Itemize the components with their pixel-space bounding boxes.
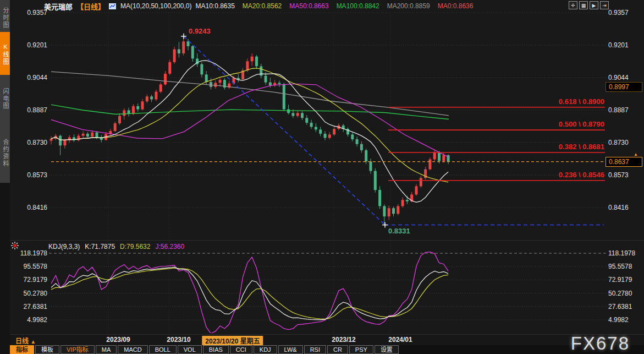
kdj-j-value: J:56.2360 <box>155 243 184 250</box>
kdj-axis-label-right: 50.2780 <box>608 290 632 297</box>
price-axis-label-right: 0.8887 <box>608 106 629 114</box>
price-axis-label-right: 0.9201 <box>608 41 629 49</box>
kdj-axis-label-right: 118.1978 <box>608 249 635 257</box>
trading-app-window: 分时图K线图闪电图合约资料 美元瑞郎 【日线】 MA(10,20,50,100,… <box>0 0 644 354</box>
chart-toolbar-icons: ✛▦▶⇥ <box>569 1 609 9</box>
price-axis-label-right: 0.9044 <box>608 74 629 81</box>
ma-value-6: MA0:0.8636 <box>438 2 474 10</box>
selected-date-label: 2023/10/20 星期五 <box>202 336 263 345</box>
date-axis-label: 2024/01 <box>388 336 412 344</box>
fibonacci-level-label: 0.236 \ 0.8546 <box>559 171 604 179</box>
high-price-annotation: 0.9243 <box>189 27 211 35</box>
fibonacci-level-label: 0.618 \ 0.8900 <box>559 97 604 106</box>
indicator-alert-icon[interactable] <box>11 242 19 252</box>
sidebar-tab-3[interactable]: 闪电图 <box>0 76 10 119</box>
toolbar-button-指标[interactable]: 指标 <box>10 345 34 354</box>
price-axis-label-right: 0.8730 <box>608 139 629 146</box>
period-up-arrow-icon: ▲ <box>30 339 36 345</box>
period-selector[interactable]: 日线 ▲ <box>15 336 36 345</box>
toolbar-button-LW&[interactable]: LW& <box>278 345 303 354</box>
fibonacci-level-label: 0.382 \ 0.8681 <box>559 143 604 151</box>
low-price-annotation: 0.8331 <box>388 227 410 235</box>
toolbar-button-VIP指标[interactable]: VIP指标 <box>60 345 95 354</box>
ma-value-2: MA20:0.8562 <box>243 2 282 10</box>
toolbar-button-VOL[interactable]: VOL <box>178 345 202 354</box>
kdj-axis-label-right: 27.6381 <box>608 303 632 311</box>
price-axis-label-left: 0.9044 <box>11 74 47 81</box>
toolbar-button-设置[interactable]: 设置 <box>375 345 399 354</box>
toolbar-button-CR[interactable]: CR <box>327 345 348 354</box>
price-axis-label-left: 0.9357 <box>11 9 47 17</box>
price-axis-label-left: 0.8573 <box>11 171 47 179</box>
date-axis-label: 2023/12 <box>332 336 355 344</box>
kdj-axis-label-right: 72.9179 <box>608 276 632 284</box>
sidebar-tab-4[interactable]: 合约资料 <box>0 122 10 182</box>
toolbar-button-RSI[interactable]: RSI <box>304 345 326 354</box>
chart-header: 美元瑞郎 【日线】 MA(10,20,50,100,200,0) MA10:0.… <box>44 1 473 11</box>
toolbar-button-MA[interactable]: MA <box>96 345 117 354</box>
date-axis-label: 2023/09 <box>106 336 130 344</box>
current-price-badge: 0.8637 <box>606 157 642 167</box>
ma-params-label: MA(10,20,50,100,200,0) <box>120 2 191 10</box>
ma-value-5: MA200:0.8859 <box>387 2 430 10</box>
kdj-d-value: D:79.5632 <box>120 243 150 250</box>
period-tag: 【日线】 <box>76 1 105 12</box>
watermark-logo: FX678 <box>571 333 630 354</box>
panel-chart-icon[interactable]: ▦ <box>579 1 588 9</box>
toolbar-button-BOLL[interactable]: BOLL <box>149 345 177 354</box>
kdj-axis-label-left: 72.9179 <box>11 276 47 284</box>
chart-canvas[interactable] <box>0 0 644 354</box>
toolbar-button-PSY[interactable]: PSY <box>349 345 373 354</box>
kdj-axis-label-right: 4.9982 <box>608 316 629 324</box>
kdj-title: KDJ(9,3,3) <box>48 243 80 250</box>
crosshair-icon[interactable]: ✛ <box>569 1 577 9</box>
panel-play-icon[interactable]: ▶ <box>590 1 598 9</box>
kdj-axis-label-left: 27.6381 <box>11 303 47 311</box>
price-axis-label-right: 0.8416 <box>608 204 629 211</box>
sidebar-tab-1[interactable]: 分时图 <box>0 2 10 31</box>
toolbar-button-BIAS[interactable]: BIAS <box>203 345 229 354</box>
period-text: 日线 <box>15 337 29 345</box>
sidebar-tab-2[interactable]: K线图 <box>0 32 10 75</box>
toolbar-button-CCI[interactable]: CCI <box>230 345 252 354</box>
level-price-badge: 0.8997 <box>606 82 642 92</box>
price-axis-label-left: 0.8887 <box>11 106 47 114</box>
kdj-axis-label-left: 95.5578 <box>11 263 47 270</box>
mini-chart-icon[interactable] <box>109 3 117 10</box>
date-axis-label: 2023/10 <box>167 336 190 344</box>
symbol-name: 美元瑞郎 <box>44 1 73 12</box>
ma-value-4: MA100:0.8842 <box>337 2 379 10</box>
toolbar-button-模板[interactable]: 模板 <box>35 345 59 354</box>
indicator-toolbar: 指标模板VIP指标MAMACDBOLLVOLBIASCCIKDJLW&RSICR… <box>10 345 644 354</box>
ma-value-3: MA50:0.8663 <box>289 2 328 10</box>
pane-separator <box>10 240 644 241</box>
price-axis-label-right: 0.8573 <box>608 171 629 179</box>
fibonacci-level-label: 0.500 \ 0.8790 <box>559 120 604 128</box>
kdj-indicator-header: KDJ(9,3,3) K:71.7875 D:79.5632 J:56.2360 <box>48 243 184 250</box>
toolbar-button-KDJ[interactable]: KDJ <box>254 345 277 354</box>
kdj-axis-label-left: 50.2780 <box>11 290 47 297</box>
price-axis-label-left: 0.8730 <box>11 139 47 146</box>
left-sidebar: 分时图K线图闪电图合约资料 <box>0 0 10 354</box>
kdj-k-value: K:71.7875 <box>85 243 115 250</box>
exit-fullscreen-icon[interactable]: ⇥ <box>600 1 609 9</box>
toolbar-button-MACD[interactable]: MACD <box>118 345 147 354</box>
kdj-axis-label-right: 95.5578 <box>608 263 632 270</box>
ma-values: MA10:0.8635MA20:0.8562MA50:0.8663MA100:0… <box>195 2 473 10</box>
kdj-axis-label-left: 4.9982 <box>11 316 47 324</box>
price-up-arrow-icon: ▲ <box>634 152 638 157</box>
price-axis-label-left: 0.9201 <box>11 41 47 49</box>
sidebar-filler <box>0 183 10 354</box>
time-axis-row: 日线 ▲ 2023/092023/102023/10/20 星期五2023/12… <box>10 334 644 345</box>
price-axis-label-left: 0.8416 <box>11 204 47 211</box>
price-axis-label-right: 0.9357 <box>608 9 629 17</box>
ma-value-1: MA10:0.8635 <box>195 2 234 10</box>
